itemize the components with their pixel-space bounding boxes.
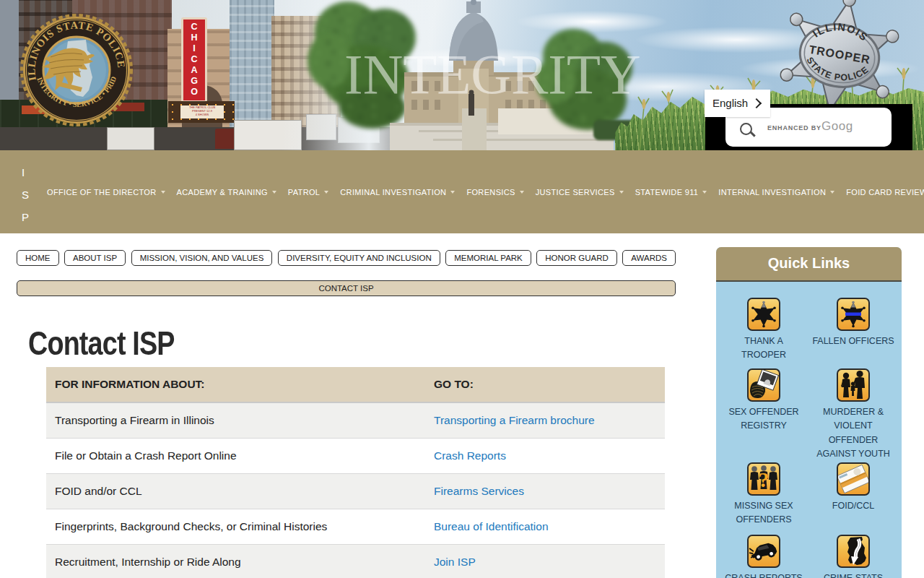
svg-text:?: ?	[759, 467, 770, 491]
